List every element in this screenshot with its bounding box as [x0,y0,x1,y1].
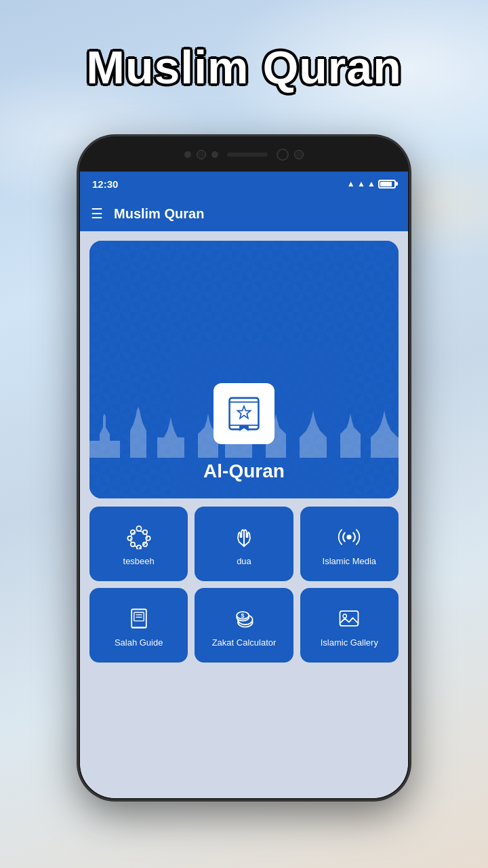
svg-rect-0 [230,398,259,429]
svg-point-14 [347,534,352,539]
scroll-content[interactable]: Al-Quran [80,231,408,798]
quran-book-icon [226,393,262,434]
quran-banner[interactable]: Al-Quran [89,241,399,498]
svg-text:$: $ [241,612,244,619]
screen: 12:30 ▲ ▲ ▲ ☰ Muslim Quran [80,172,408,798]
menu-item-dua[interactable]: dua [195,507,293,581]
speaker-slot [227,153,268,157]
camera-bar [80,138,408,172]
battery-fill [380,182,392,186]
menu-item-label-islamic-media: Islamic Media [323,556,376,566]
banner-pattern [89,241,399,498]
status-bar: 12:30 ▲ ▲ ▲ [80,172,408,196]
menu-item-label-tesbeeh: tesbeeh [123,556,155,566]
menu-item-salah-guide[interactable]: Salah Guide [89,588,188,663]
menu-item-label-salah-guide: Salah Guide [115,637,163,648]
status-icons: ▲ ▲ ▲ [347,179,396,189]
front-camera [277,149,289,161]
app-bar-title: Muslim Quran [114,206,204,222]
phone-frame: 12:30 ▲ ▲ ▲ ☰ Muslim Quran [78,136,410,800]
prayer-beads-icon [127,525,151,549]
svg-point-12 [127,536,131,540]
praying-hands-icon [232,525,256,549]
app-bar: ☰ Muslim Quran [80,196,408,231]
menu-item-label-zakat-calculator: Zakat Calculator [212,637,277,648]
svg-rect-17 [134,612,143,621]
camera-dot-1 [184,151,191,158]
menu-grid: tesbeeh dua [89,507,399,663]
svg-marker-3 [238,406,251,418]
svg-point-6 [136,526,141,530]
menu-item-tesbeeh[interactable]: tesbeeh [89,507,188,581]
camera-dot-2 [197,150,206,159]
svg-point-8 [146,536,150,540]
menu-item-zakat-calculator[interactable]: $ Zakat Calculator [195,588,293,663]
menu-item-label-dua: dua [237,556,251,566]
status-time: 12:30 [92,178,118,190]
image-icon [337,606,361,631]
svg-rect-25 [340,611,359,626]
menu-item-islamic-media[interactable]: Islamic Media [300,507,399,581]
svg-point-26 [343,614,346,617]
radio-waves-icon [337,525,361,549]
svg-point-7 [143,530,147,534]
camera-dot-4 [294,150,304,159]
book-icon [127,606,151,631]
menu-icon[interactable]: ☰ [91,207,103,220]
phone-inner: 12:30 ▲ ▲ ▲ ☰ Muslim Quran [80,138,408,798]
signal-icon: ▲ ▲ ▲ [347,179,375,189]
battery-icon [378,180,396,189]
camera-dot-3 [211,151,218,158]
menu-item-islamic-gallery[interactable]: Islamic Gallery [300,588,399,663]
page-title: Muslim Quran [0,41,488,94]
quran-banner-title: Al-Quran [203,460,285,482]
coins-icon: $ [232,606,256,631]
quran-icon-wrapper [214,383,274,444]
menu-item-label-islamic-gallery: Islamic Gallery [321,637,378,648]
